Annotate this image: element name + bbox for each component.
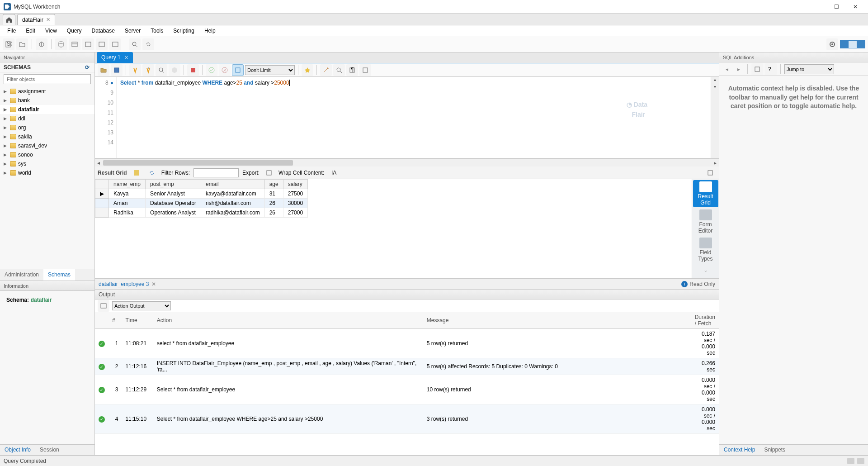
filter-rows-input[interactable] [193,168,239,177]
schema-node-dataflair[interactable]: ▶dataflair [0,105,94,114]
menu-help[interactable]: Help [200,26,220,35]
open-file-button[interactable] [98,64,109,76]
refresh-schemas-icon[interactable]: ⟳ [84,64,91,71]
wrap-cell-button[interactable]: IA [328,167,340,179]
settings-button[interactable] [826,38,838,50]
expand-icon[interactable]: ▶ [4,89,8,94]
create-table-button[interactable] [69,38,80,50]
result-tab[interactable]: dataflair_employee 3✕ [99,281,156,287]
expand-icon[interactable]: ▶ [4,98,8,103]
schemas-tab[interactable]: Schemas [43,269,75,281]
minimize-button[interactable]: ─ [808,1,826,13]
output-row[interactable]: ✓111:08:21select * from dataflair_employ… [95,329,719,358]
jump-to-select[interactable]: Jump to [784,64,834,74]
stop-button[interactable] [169,64,180,76]
reconnect-button[interactable] [142,38,154,50]
administration-tab[interactable]: Administration [0,269,43,281]
close-tab-icon[interactable]: ✕ [46,17,50,23]
create-schema-button[interactable] [55,38,67,50]
expand-icon[interactable]: ▶ [4,134,8,139]
schema-node-sakila[interactable]: ▶sakila [0,132,94,141]
manual-help-button[interactable]: ? [765,63,777,75]
action-output-table[interactable]: #TimeActionMessageDuration / Fetch✓111:0… [95,312,719,455]
snippets-button[interactable] [359,64,371,76]
schema-node-bank[interactable]: ▶bank [0,96,94,105]
schema-node-sys[interactable]: ▶sys [0,159,94,168]
expand-icon[interactable]: ▶ [4,152,8,157]
create-function-button[interactable] [109,38,121,50]
menu-query[interactable]: Query [62,26,86,35]
help-back-button[interactable]: ◂ [722,64,732,74]
refresh-result-button[interactable] [146,167,158,179]
schema-node-sarasvi_dev[interactable]: ▶sarasvi_dev [0,141,94,150]
home-tab[interactable] [3,14,15,25]
export-button[interactable] [263,167,275,179]
schema-node-world[interactable]: ▶world [0,168,94,177]
result-grid-view-button[interactable]: Result Grid [693,180,718,207]
filter-objects-input[interactable] [4,74,91,84]
rollback-button[interactable] [219,64,231,76]
output-row[interactable]: ✓411:15:10Select * from dataflair_employ… [95,404,719,434]
close-result-tab-icon[interactable]: ✕ [151,281,156,287]
create-procedure-button[interactable] [96,38,108,50]
limit-rows-select[interactable]: Don't Limit [245,65,295,75]
snippets-tab[interactable]: Snippets [760,445,790,455]
expand-icon[interactable]: ▶ [4,171,8,175]
result-grid-icon[interactable] [131,167,142,179]
commit-button[interactable] [206,64,217,76]
expand-icon[interactable]: ▶ [4,116,8,121]
session-tab[interactable]: Session [35,445,64,455]
schema-tree[interactable]: ▶assignment▶bank▶dataflair▶ddl▶org▶sakil… [0,86,94,269]
search-table-data-button[interactable] [129,38,141,50]
output-row[interactable]: ✓211:12:16INSERT INTO DataFlair_Employee… [95,358,719,375]
schema-node-assignment[interactable]: ▶assignment [0,87,94,96]
find-button[interactable] [320,64,332,76]
form-editor-view-button[interactable]: Form Editor [693,208,718,235]
menu-scripting[interactable]: Scripting [169,26,199,35]
menu-database[interactable]: Database [87,26,119,35]
expand-icon[interactable]: ▶ [4,162,8,166]
inspector-button[interactable]: i [36,38,47,50]
menu-server[interactable]: Server [120,26,145,35]
toggle-limit-button[interactable] [232,64,244,76]
close-query-tab-icon[interactable]: ✕ [124,55,128,61]
schema-node-ddl[interactable]: ▶ddl [0,114,94,123]
new-sql-tab-button[interactable]: SQL [3,38,14,50]
toggle-wrap-button[interactable]: ¶ [346,64,358,76]
output-row[interactable]: ✓311:12:29Select * from dataflair_employ… [95,375,719,404]
result-row[interactable]: RadhikaOperations Analystradhika@datafla… [95,208,308,218]
save-file-button[interactable] [111,64,123,76]
schema-node-sonoo[interactable]: ▶sonoo [0,150,94,159]
result-grid[interactable]: name_emppost_empemailagesalary▶KavyaSeni… [95,179,692,278]
output-type-select[interactable]: Action Output [112,301,171,310]
expand-icon[interactable]: ▶ [4,143,8,148]
object-info-tab[interactable]: Object Info [0,445,35,455]
menu-tools[interactable]: Tools [146,26,168,35]
scroll-down-icon[interactable]: ⌄ [703,267,708,273]
sql-editor[interactable]: 891011121314 Select * from dataflair_emp… [95,77,719,158]
help-forward-button[interactable]: ▸ [734,64,744,74]
expand-icon[interactable]: ▶ [4,125,8,130]
panel-switcher[interactable] [840,40,865,48]
maximize-button[interactable]: ☐ [827,1,845,13]
editor-hscrollbar[interactable]: ◂▸ [95,158,719,166]
editor-vscrollbar[interactable]: ▴▾ [711,77,719,158]
context-help-tab[interactable]: Context Help [719,445,760,455]
menu-edit[interactable]: Edit [21,26,40,35]
output-view-button[interactable] [98,300,109,312]
beautify-button[interactable] [302,64,313,76]
create-view-button[interactable] [82,38,94,50]
query-tab[interactable]: Query 1 ✕ [97,52,133,63]
toggle-autocommit-button[interactable] [187,64,199,76]
result-row[interactable]: ▶KavyaSenior Analystkavya@dataflair.com3… [95,189,308,199]
pin-result-button[interactable] [704,167,716,179]
expand-icon[interactable]: ▶ [4,107,8,112]
result-row[interactable]: AmanDatabase Operatorrish@dataflair.com2… [95,199,308,208]
menu-file[interactable]: File [3,26,20,35]
field-types-view-button[interactable]: Field Types [693,236,718,263]
toggle-invisible-button[interactable] [333,64,345,76]
open-sql-file-button[interactable] [16,38,28,50]
menu-view[interactable]: View [41,26,61,35]
explain-button[interactable] [156,64,167,76]
execute-button[interactable] [129,64,141,76]
